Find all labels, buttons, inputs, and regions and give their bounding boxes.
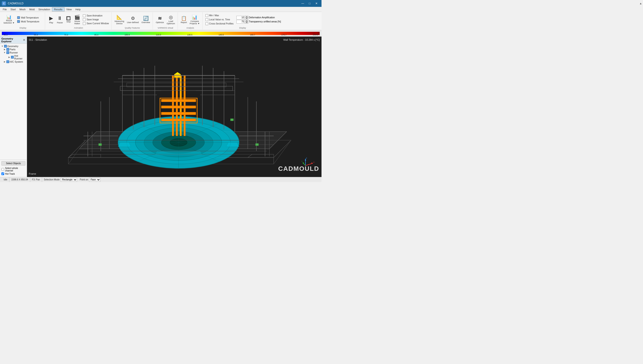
hc-checkbox[interactable]: ✓ [7,60,9,63]
compare-projects-label: CompareProjects ▼ [190,20,200,25]
save-buttons: Save Animation Save Image Save Current W… [82,14,110,26]
result-selection-icon: 📊 [7,15,12,19]
status-dimensions: 1598.6 X 850.04 [9,177,30,182]
runner-checkbox[interactable]: ✓ [7,51,9,54]
save-image-button[interactable]: Save Image [82,18,110,22]
mold-temperature-check: ✓ [17,20,20,23]
model-viewport-svg[interactable] [27,36,322,177]
tree-item-runner[interactable]: ▼ ✓ Runner [1,51,26,54]
select-whole-channel-label: Select whole channel [5,167,26,172]
menu-view[interactable]: View [65,8,74,11]
save-animation-check [83,14,86,17]
scale-max-badge: 1°F [315,32,318,34]
title-text: CADMOULD [8,2,299,5]
tree-item-hc-system[interactable]: ▶ ✓ H/C System [1,60,26,63]
hot-runner-checkbox[interactable]: ✓ [11,56,14,58]
toolbar-group-display: 📊 ResultSelection ▼ ✓ Wall Temperature ✓… [1,12,45,30]
menu-results[interactable]: Results [52,7,65,12]
wall-temperature-button[interactable]: ✓ Wall Temperature [16,16,44,20]
save-image-label: Save Image [87,18,99,21]
hot-track-checkbox[interactable]: Hot Track [1,172,26,175]
tree-item-hot-runner[interactable]: ▶ ✓ Hot Runner [1,54,26,60]
color-bar: 1°F [2,32,320,35]
play-button[interactable]: ▶ Play [47,15,55,24]
left-panel: Geometry Explorer ✕ ▼ ✓ Geometry ▶ ✓ Par… [0,36,27,177]
stop-label: Stop [66,20,71,23]
quality-group-label: Quality Features [114,26,151,29]
local-value-button[interactable]: Local Value vs. Time [204,18,235,22]
display-checkboxes: ✓ Wall Temperature ✓ Mold Temperature [16,16,44,23]
viewport[interactable]: 011 - Simulation Wall Temperature - 10.2… [27,36,322,177]
hot-runner-expand-icon: ▶ [8,56,11,58]
selection-mode-select[interactable]: Rectangle Freehand Single [61,178,77,182]
pause-label: Pause [57,22,63,24]
select-objects-button[interactable]: Select Objects [1,161,26,166]
parts-checkbox[interactable]: ✓ [7,48,9,51]
geometry-tree: ▼ ✓ Geometry ▶ ✓ Parts ▼ ✓ Runner ▶ ✓ Ho… [0,44,27,160]
optimize-button[interactable]: ≋ Optimize [155,15,165,24]
svg-text:Y: Y [301,160,303,162]
play-icon: ▶ [49,15,53,21]
geometry-explorer-title: Geometry Explorer [1,37,23,43]
point-on-select[interactable]: Face Edge Node [89,178,101,182]
save-current-window-button[interactable]: Save Current Window [82,22,110,26]
save-animation-button[interactable]: Save Animation [82,14,110,18]
tree-item-parts[interactable]: ▶ ✓ Parts [1,48,26,51]
cross-sectional-check [205,22,208,25]
menu-help[interactable]: Help [74,8,82,11]
display-group-label: Display [2,26,44,29]
load-optimum-label: LoadOptimum [167,20,175,25]
menu-start[interactable]: Start [9,8,18,11]
spinner-1-up[interactable]: ▲ [245,16,248,18]
spinner-1-down[interactable]: ▼ [245,18,248,20]
minimize-button[interactable]: — [299,1,306,6]
stop-icon: ■ [66,16,71,20]
deformation-label: Deformation Amplification [249,16,275,19]
user-defined-icon: ⚙ [131,16,135,21]
tree-item-geometry[interactable]: ▼ ✓ Geometry [1,44,26,48]
hot-track-input[interactable] [1,172,4,175]
spinner-2-up[interactable]: ▲ [245,20,248,22]
simulation-label: 011 - Simulation [29,38,47,41]
spinner-2-down[interactable]: ▼ [245,22,248,24]
menu-mold[interactable]: Mold [28,8,37,11]
panel-bottom: Select Objects Select whole channel Hot … [0,160,27,177]
overview-button[interactable]: 🔄 Overview [140,15,151,24]
toolbar-display-buttons: 📊 ResultSelection ▼ ✓ Wall Temperature ✓… [2,13,44,26]
report-icon: 📋 [181,16,187,21]
analysis-group-label: Analysis [180,26,201,29]
transparency-spinner[interactable] [236,20,245,24]
hc-expand-icon: ▶ [3,60,6,63]
geometry-explorer-close[interactable]: ✕ [23,38,26,42]
mold-temperature-button[interactable]: ✓ Mold Temperature [16,20,44,23]
varimos-buttons: ≋ Optimize ◎ LoadOptimum [155,13,176,26]
movie-maker-button[interactable]: 🎬 MovieMaker [73,14,81,26]
menu-file[interactable]: File [1,8,9,11]
select-whole-channel-checkbox[interactable]: Select whole channel [1,167,26,172]
cross-sectional-button[interactable]: Cross-Sectional Profiles [204,22,235,26]
measuring-device-button[interactable]: 📐 MeasuringDevice [114,14,125,26]
transparency-label: Transparency unfilled areas [%] [249,20,281,23]
result-selection-button[interactable]: 📊 ResultSelection ▼ [2,14,16,25]
min-max-button[interactable]: Min / Max [204,14,235,18]
report-button[interactable]: 📋 Report [180,15,188,24]
maximize-button[interactable]: □ [306,1,313,6]
pause-button[interactable]: ⏸ Pause [56,15,64,24]
deformation-spinner[interactable] [236,16,245,20]
toolbar-group-quality: 📐 MeasuringDevice ⚙ User-defined 🔄 Overv… [112,12,153,30]
measuring-device-icon: 📐 [117,14,122,20]
svg-rect-25 [161,112,196,115]
window-controls: — □ ✕ [299,1,320,6]
compare-projects-button[interactable]: 📊 CompareProjects ▼ [189,14,201,26]
menu-simulation[interactable]: Simulation [37,8,52,11]
geometry-checkbox[interactable]: ✓ [4,45,7,48]
close-button[interactable]: ✕ [313,1,320,6]
select-whole-channel-input[interactable] [1,168,4,171]
svg-marker-57 [226,142,239,147]
stop-button[interactable]: ■ Stop [64,16,73,24]
save-image-check [83,18,86,21]
result-selection-label: ResultSelection ▼ [4,20,15,24]
load-optimum-button[interactable]: ◎ LoadOptimum [165,14,176,26]
menu-mesh[interactable]: Mesh [18,8,28,11]
user-defined-button[interactable]: ⚙ User-defined [126,15,140,24]
